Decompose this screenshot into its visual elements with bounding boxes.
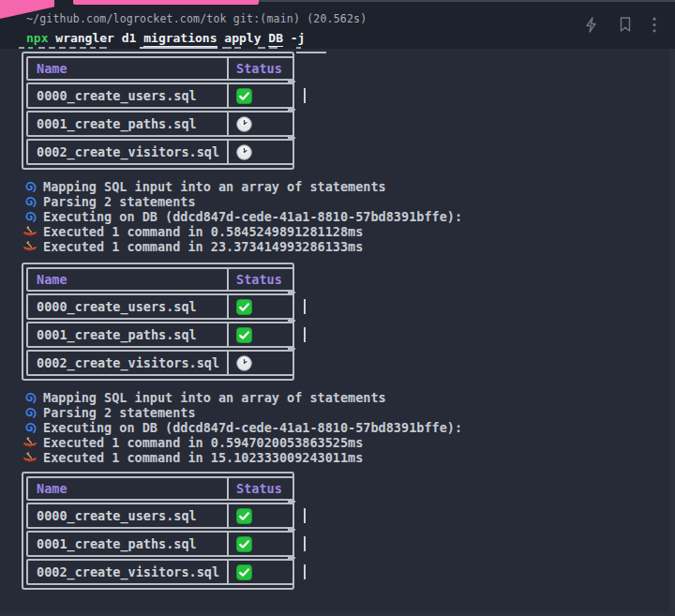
- log-block: Mapping SQL input into an array of state…: [22, 179, 675, 254]
- text-cursor: [304, 88, 307, 103]
- success-check-icon: [236, 299, 252, 315]
- command-token: wrangler d1: [48, 31, 143, 45]
- log-text: Mapping SQL input into an array of state…: [43, 390, 386, 405]
- terminal-window: ~/github.com/logrocket.com/tok git:(main…: [0, 0, 675, 616]
- table-row: 0002_create_visitors.sql: [26, 139, 294, 165]
- block-divider-line: [259, 0, 675, 2]
- migration-status: [227, 295, 292, 318]
- pending-clock-icon: [236, 144, 252, 160]
- table-row: 0002_create_visitors.sql: [26, 559, 294, 585]
- canoe-icon: [22, 239, 38, 254]
- log-line: Executed 1 command in 15.102333009243011…: [22, 450, 675, 465]
- migration-name: 0000_create_users.sql: [28, 295, 227, 318]
- migration-status: [227, 84, 292, 107]
- table-header-row: Name Status: [26, 267, 294, 292]
- scrollbar-track[interactable]: [669, 49, 675, 616]
- table-row: 0001_create_paths.sql: [26, 531, 294, 557]
- log-text: Executed 1 command in 23.373414993286133…: [43, 239, 363, 254]
- success-check-icon: [236, 327, 252, 343]
- migration-name: 0002_create_visitors.sql: [28, 352, 227, 374]
- cyclone-icon: [22, 420, 38, 435]
- pending-clock-icon: [236, 116, 252, 132]
- column-header-name: Name: [28, 269, 227, 290]
- log-block-slot: Mapping SQL input into an array of state…: [0, 390, 675, 465]
- log-block-slot: Mapping SQL input into an array of state…: [0, 179, 675, 254]
- text-cursor: [304, 536, 307, 551]
- column-header-status: Status: [227, 478, 292, 499]
- log-text: Parsing 2 statements: [43, 194, 196, 209]
- log-block: Mapping SQL input into an array of state…: [22, 390, 675, 465]
- log-line: Executed 1 command in 0.5845249891281128…: [22, 224, 675, 239]
- cyclone-icon: [22, 405, 38, 420]
- bookmark-icon[interactable]: [619, 17, 632, 32]
- text-cursor: [304, 564, 307, 579]
- success-check-icon: [236, 536, 252, 552]
- column-header-name: Name: [28, 478, 227, 499]
- migration-status: [227, 323, 292, 346]
- command-block-header: ~/github.com/logrocket.com/tok git:(main…: [0, 0, 675, 49]
- cwd-breadcrumb: ~/github.com/logrocket.com/tok git:(main…: [26, 12, 367, 25]
- column-header-name: Name: [28, 58, 227, 79]
- log-line: Mapping SQL input into an array of state…: [22, 390, 675, 405]
- log-line: Parsing 2 statements: [22, 194, 675, 209]
- pending-clock-icon: [236, 355, 252, 371]
- log-text: Executed 1 command in 15.102333009243011…: [43, 450, 363, 465]
- success-check-icon: [236, 508, 252, 524]
- log-line: Parsing 2 statements: [22, 405, 675, 420]
- migration-name: 0001_create_paths.sql: [28, 533, 227, 555]
- cyclone-icon: [22, 194, 38, 209]
- migration-name: 0001_create_paths.sql: [28, 113, 227, 135]
- text-cursor: [304, 508, 307, 523]
- table-header-row: Name Status: [26, 56, 294, 81]
- log-line: Executed 1 command in 0.5947020053863525…: [22, 435, 675, 450]
- column-header-status: Status: [227, 269, 292, 290]
- text-cursor: [304, 327, 307, 342]
- migrations-table: Name Status 0000_create_users.sql 0001_c…: [22, 52, 294, 170]
- migration-name: 0000_create_users.sql: [28, 84, 227, 107]
- migrations-table-slot: Name Status 0000_create_users.sql 0001_c…: [0, 52, 675, 170]
- canoe-icon: [22, 450, 38, 465]
- command-token: apply: [218, 31, 269, 45]
- window-bottom-edge: [0, 611, 675, 616]
- success-check-icon: [236, 88, 252, 104]
- migration-name: 0002_create_visitors.sql: [28, 141, 227, 163]
- migrations-table: Name Status 0000_create_users.sql 0001_c…: [22, 263, 294, 381]
- log-line: Executing on DB (ddcd847d-cede-41a1-8810…: [22, 420, 675, 435]
- migration-status: [227, 141, 292, 163]
- migration-name: 0000_create_users.sql: [28, 504, 227, 527]
- log-line: Mapping SQL input into an array of state…: [22, 179, 675, 194]
- cyclone-icon: [22, 209, 38, 224]
- migration-status: [227, 561, 292, 583]
- log-text: Executed 1 command in 0.5845249891281128…: [43, 224, 363, 239]
- migration-name: 0002_create_visitors.sql: [28, 561, 227, 583]
- column-header-status: Status: [227, 58, 292, 79]
- table-row: 0001_create_paths.sql: [26, 322, 294, 348]
- log-text: Executed 1 command in 0.5947020053863525…: [43, 435, 363, 450]
- table-row: 0001_create_paths.sql: [26, 111, 294, 137]
- migrations-table-slot: Name Status 0000_create_users.sql 0001_c…: [0, 472, 675, 590]
- kebab-menu-icon[interactable]: [652, 17, 656, 33]
- command-line: npx wrangler d1 migrations apply DB -j: [26, 31, 305, 45]
- log-text: Parsing 2 statements: [43, 405, 196, 420]
- canoe-icon: [22, 435, 38, 450]
- migration-status: [227, 504, 292, 527]
- terminal-output: Name Status 0000_create_users.sql 0001_c…: [0, 49, 675, 590]
- command-token: migrations: [143, 31, 217, 47]
- command-token: DB: [268, 31, 283, 47]
- block-top-accent-bar: [73, 0, 259, 5]
- lightning-icon[interactable]: [584, 17, 598, 33]
- table-header-row: Name Status: [26, 476, 294, 501]
- migration-status: [227, 113, 292, 135]
- log-line: Executed 1 command in 23.373414993286133…: [22, 239, 675, 254]
- table-row: 0002_create_visitors.sql: [26, 350, 294, 376]
- command-token: -j: [283, 31, 305, 45]
- cyclone-icon: [22, 390, 38, 405]
- migration-status: [227, 352, 292, 374]
- log-line: Executing on DB (ddcd847d-cede-41a1-8810…: [22, 209, 675, 224]
- success-check-icon: [236, 564, 252, 580]
- block-actions: [584, 16, 656, 33]
- table-row: 0000_create_users.sql: [26, 293, 294, 320]
- migrations-table-slot: Name Status 0000_create_users.sql 0001_c…: [0, 263, 675, 381]
- text-cursor: [304, 299, 307, 314]
- cyclone-icon: [22, 179, 38, 194]
